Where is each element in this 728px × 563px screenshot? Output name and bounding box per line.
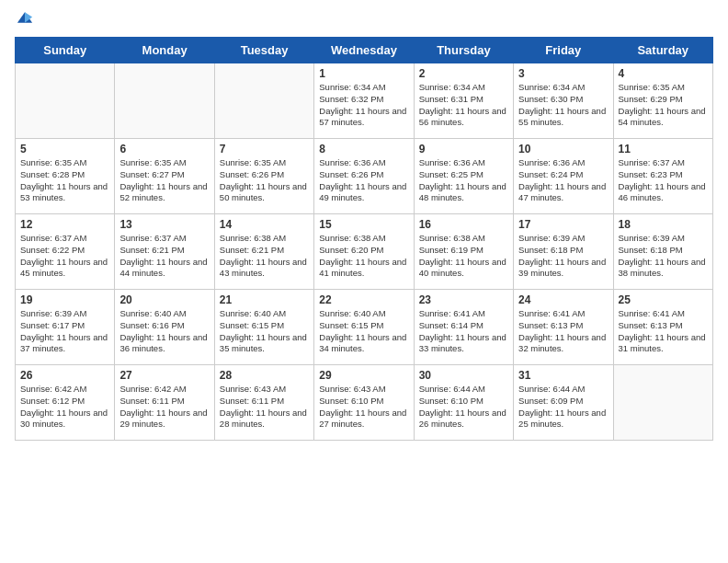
logo-icon — [17, 9, 33, 26]
day-number: 14 — [220, 218, 309, 231]
calendar-cell: 27Sunrise: 6:42 AM Sunset: 6:11 PM Dayli… — [115, 365, 214, 441]
day-info: Sunrise: 6:38 AM Sunset: 6:21 PM Dayligh… — [220, 233, 309, 280]
calendar-cell: 18Sunrise: 6:39 AM Sunset: 6:18 PM Dayli… — [613, 214, 712, 290]
day-number: 12 — [20, 218, 109, 231]
day-info: Sunrise: 6:36 AM Sunset: 6:25 PM Dayligh… — [419, 157, 508, 204]
day-number: 17 — [518, 218, 608, 231]
calendar-cell: 3Sunrise: 6:34 AM Sunset: 6:30 PM Daylig… — [514, 63, 613, 139]
day-info: Sunrise: 6:35 AM Sunset: 6:27 PM Dayligh… — [119, 157, 209, 204]
calendar-cell: 15Sunrise: 6:38 AM Sunset: 6:20 PM Dayli… — [314, 214, 414, 290]
week-row-0: 1Sunrise: 6:34 AM Sunset: 6:32 PM Daylig… — [16, 63, 713, 139]
calendar-cell: 8Sunrise: 6:36 AM Sunset: 6:26 PM Daylig… — [314, 139, 414, 214]
calendar-cell: 5Sunrise: 6:35 AM Sunset: 6:28 PM Daylig… — [16, 139, 115, 214]
day-info: Sunrise: 6:41 AM Sunset: 6:13 PM Dayligh… — [619, 308, 708, 355]
day-number: 31 — [518, 369, 608, 382]
weekday-header-wednesday: Wednesday — [314, 38, 414, 63]
day-info: Sunrise: 6:40 AM Sunset: 6:15 PM Dayligh… — [319, 308, 408, 355]
calendar-cell: 13Sunrise: 6:37 AM Sunset: 6:21 PM Dayli… — [115, 214, 214, 290]
day-info: Sunrise: 6:35 AM Sunset: 6:29 PM Dayligh… — [619, 82, 708, 129]
day-number: 1 — [319, 67, 408, 80]
day-info: Sunrise: 6:40 AM Sunset: 6:15 PM Dayligh… — [220, 308, 309, 355]
week-row-4: 26Sunrise: 6:42 AM Sunset: 6:12 PM Dayli… — [16, 365, 713, 441]
day-number: 26 — [20, 369, 109, 382]
day-number: 16 — [419, 218, 508, 231]
calendar-cell — [214, 63, 313, 139]
weekday-header-saturday: Saturday — [613, 38, 712, 63]
header — [15, 9, 713, 29]
week-row-2: 12Sunrise: 6:37 AM Sunset: 6:22 PM Dayli… — [16, 214, 713, 290]
day-info: Sunrise: 6:35 AM Sunset: 6:26 PM Dayligh… — [220, 157, 309, 204]
day-number: 20 — [119, 293, 209, 306]
calendar-cell: 19Sunrise: 6:39 AM Sunset: 6:17 PM Dayli… — [16, 290, 115, 365]
day-info: Sunrise: 6:37 AM Sunset: 6:22 PM Dayligh… — [20, 233, 109, 280]
day-number: 4 — [619, 67, 708, 80]
day-number: 3 — [518, 67, 608, 80]
calendar-cell — [115, 63, 214, 139]
calendar-cell: 26Sunrise: 6:42 AM Sunset: 6:12 PM Dayli… — [16, 365, 115, 441]
weekday-header-monday: Monday — [115, 38, 214, 63]
day-info: Sunrise: 6:39 AM Sunset: 6:17 PM Dayligh… — [20, 308, 109, 355]
day-number: 7 — [220, 143, 309, 155]
day-info: Sunrise: 6:35 AM Sunset: 6:28 PM Dayligh… — [20, 157, 109, 204]
week-row-1: 5Sunrise: 6:35 AM Sunset: 6:28 PM Daylig… — [16, 139, 713, 214]
day-number: 15 — [319, 218, 408, 231]
day-info: Sunrise: 6:38 AM Sunset: 6:20 PM Dayligh… — [319, 233, 408, 280]
day-number: 11 — [619, 143, 708, 155]
calendar-cell: 10Sunrise: 6:36 AM Sunset: 6:24 PM Dayli… — [514, 139, 613, 214]
day-number: 13 — [119, 218, 209, 231]
page: SundayMondayTuesdayWednesdayThursdayFrid… — [0, 0, 728, 563]
calendar-cell: 28Sunrise: 6:43 AM Sunset: 6:11 PM Dayli… — [214, 365, 313, 441]
day-number: 9 — [419, 143, 508, 155]
day-number: 28 — [220, 369, 309, 382]
calendar-cell: 12Sunrise: 6:37 AM Sunset: 6:22 PM Dayli… — [16, 214, 115, 290]
calendar-cell: 22Sunrise: 6:40 AM Sunset: 6:15 PM Dayli… — [314, 290, 414, 365]
day-number: 5 — [20, 143, 109, 155]
calendar-cell: 29Sunrise: 6:43 AM Sunset: 6:10 PM Dayli… — [314, 365, 414, 441]
day-info: Sunrise: 6:41 AM Sunset: 6:13 PM Dayligh… — [518, 308, 608, 355]
weekday-header-friday: Friday — [514, 38, 613, 63]
day-number: 10 — [518, 143, 608, 155]
day-info: Sunrise: 6:42 AM Sunset: 6:11 PM Dayligh… — [119, 384, 209, 431]
day-number: 25 — [619, 293, 708, 306]
day-info: Sunrise: 6:39 AM Sunset: 6:18 PM Dayligh… — [619, 233, 708, 280]
weekday-header-row: SundayMondayTuesdayWednesdayThursdayFrid… — [16, 38, 713, 63]
day-info: Sunrise: 6:34 AM Sunset: 6:31 PM Dayligh… — [419, 82, 508, 129]
weekday-header-sunday: Sunday — [16, 38, 115, 63]
day-number: 22 — [319, 293, 408, 306]
logo — [15, 9, 35, 29]
calendar-cell: 17Sunrise: 6:39 AM Sunset: 6:18 PM Dayli… — [514, 214, 613, 290]
day-info: Sunrise: 6:44 AM Sunset: 6:09 PM Dayligh… — [518, 384, 608, 431]
calendar-cell: 21Sunrise: 6:40 AM Sunset: 6:15 PM Dayli… — [214, 290, 313, 365]
calendar-cell — [16, 63, 115, 139]
day-info: Sunrise: 6:36 AM Sunset: 6:26 PM Dayligh… — [319, 157, 408, 204]
day-info: Sunrise: 6:39 AM Sunset: 6:18 PM Dayligh… — [518, 233, 608, 280]
day-info: Sunrise: 6:40 AM Sunset: 6:16 PM Dayligh… — [119, 308, 209, 355]
day-number: 29 — [319, 369, 408, 382]
calendar-cell: 1Sunrise: 6:34 AM Sunset: 6:32 PM Daylig… — [314, 63, 414, 139]
calendar-cell: 9Sunrise: 6:36 AM Sunset: 6:25 PM Daylig… — [414, 139, 513, 214]
calendar-cell: 23Sunrise: 6:41 AM Sunset: 6:14 PM Dayli… — [414, 290, 513, 365]
day-number: 6 — [119, 143, 209, 155]
weekday-header-thursday: Thursday — [414, 38, 513, 63]
day-info: Sunrise: 6:34 AM Sunset: 6:30 PM Dayligh… — [518, 82, 608, 129]
day-number: 8 — [319, 143, 408, 155]
day-number: 27 — [119, 369, 209, 382]
day-info: Sunrise: 6:41 AM Sunset: 6:14 PM Dayligh… — [419, 308, 508, 355]
calendar-cell: 31Sunrise: 6:44 AM Sunset: 6:09 PM Dayli… — [514, 365, 613, 441]
weekday-header-tuesday: Tuesday — [214, 38, 313, 63]
day-info: Sunrise: 6:42 AM Sunset: 6:12 PM Dayligh… — [20, 384, 109, 431]
week-row-3: 19Sunrise: 6:39 AM Sunset: 6:17 PM Dayli… — [16, 290, 713, 365]
day-info: Sunrise: 6:44 AM Sunset: 6:10 PM Dayligh… — [419, 384, 508, 431]
calendar-cell: 25Sunrise: 6:41 AM Sunset: 6:13 PM Dayli… — [613, 290, 712, 365]
day-info: Sunrise: 6:37 AM Sunset: 6:23 PM Dayligh… — [619, 157, 708, 204]
day-number: 18 — [619, 218, 708, 231]
day-info: Sunrise: 6:34 AM Sunset: 6:32 PM Dayligh… — [319, 82, 408, 129]
day-info: Sunrise: 6:38 AM Sunset: 6:19 PM Dayligh… — [419, 233, 508, 280]
calendar-cell — [613, 365, 712, 441]
calendar-cell: 7Sunrise: 6:35 AM Sunset: 6:26 PM Daylig… — [214, 139, 313, 214]
calendar: SundayMondayTuesdayWednesdayThursdayFrid… — [15, 37, 713, 441]
day-number: 21 — [220, 293, 309, 306]
calendar-cell: 14Sunrise: 6:38 AM Sunset: 6:21 PM Dayli… — [214, 214, 313, 290]
day-info: Sunrise: 6:43 AM Sunset: 6:11 PM Dayligh… — [220, 384, 309, 431]
calendar-cell: 4Sunrise: 6:35 AM Sunset: 6:29 PM Daylig… — [613, 63, 712, 139]
